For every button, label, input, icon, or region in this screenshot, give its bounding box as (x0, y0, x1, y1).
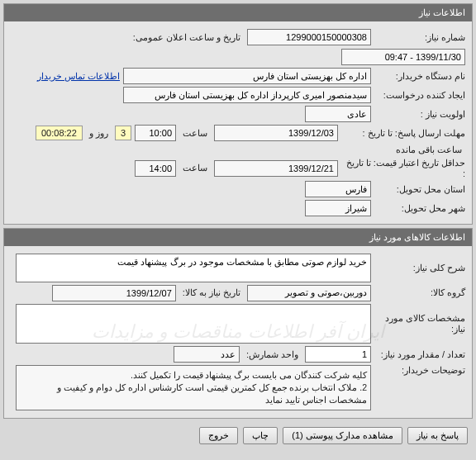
print-button[interactable]: چاپ (243, 427, 278, 444)
validity-label: حداقل تاریخ اعتبار قیمت: تا تاریخ : (341, 158, 465, 178)
validity-date-field (214, 160, 338, 177)
goods-info-body: ایران آفر اطلاعات مناقصات و مزایدات شرح … (4, 246, 472, 418)
need-by-field (52, 285, 176, 301)
qty-label: تعداد / مقدار مورد نیاز: (374, 349, 465, 360)
need-number-label: شماره نیاز: (374, 32, 465, 43)
days-label: روز و (86, 128, 112, 139)
need-info-body: شماره نیاز: تاریخ و ساعت اعلان عمومی: نا… (4, 21, 472, 224)
countdown-timer: 00:08:22 (36, 126, 83, 140)
validity-label-text: حداقل تاریخ اعتبار قیمت: (374, 158, 465, 168)
remaining-label: ساعت باقی مانده (393, 145, 465, 155)
spec-field[interactable] (16, 304, 371, 344)
priority-label: اولویت نیاز : (374, 109, 465, 120)
qty-field[interactable] (305, 346, 371, 363)
buyer-contact-link[interactable]: اطلاعات تماس خریدار (37, 71, 120, 82)
city-field (305, 200, 371, 216)
reply-button[interactable]: پاسخ به نیاز (407, 427, 468, 444)
action-bar: پاسخ به نیاز مشاهده مدارک پیوستی (1) چاپ… (0, 422, 476, 449)
comments-label: توضیحات خریدار: (374, 365, 465, 376)
public-datetime-label: تاریخ و ساعت اعلان عمومی: (130, 32, 244, 43)
unit-field (174, 346, 240, 363)
province-field (305, 181, 371, 197)
goods-info-header: اطلاعات کالاهای مورد نیاز (4, 229, 472, 246)
days-remaining: 3 (115, 126, 131, 140)
deadline-label-text: مهلت ارسال پاسخ: (395, 128, 465, 138)
desc-field[interactable]: خرید لوازم صوتی مطابق با مشخصات موجود در… (16, 254, 371, 282)
group-label: گروه کالا: (374, 287, 465, 298)
to-date-label-text: تا تاریخ : (363, 128, 393, 138)
need-info-panel: اطلاعات نیاز شماره نیاز: تاریخ و ساعت اع… (3, 3, 473, 225)
desc-label: شرح کلی نیاز: (374, 263, 465, 273)
requester-field (123, 87, 371, 103)
unit-label: واحد شمارش: (243, 349, 302, 360)
priority-field (305, 106, 371, 122)
validity-time-label: ساعت (179, 163, 211, 173)
deadline-time-label: ساعت (179, 128, 211, 139)
deadline-label: مهلت ارسال پاسخ: تا تاریخ : (341, 128, 465, 139)
province-label: استان محل تحویل: (374, 184, 465, 195)
comment-line-2: 2. ملاک انتخاب برنده جمع کل کمترین قیمتی… (20, 382, 367, 405)
validity-time-field (135, 160, 176, 177)
requester-label: ایجاد کننده درخواست: (374, 90, 465, 101)
deadline-date-field (214, 125, 338, 141)
buyer-org-field (123, 68, 371, 84)
group-field (247, 285, 371, 301)
exit-button[interactable]: خروج (199, 427, 238, 444)
attachments-button[interactable]: مشاهده مدارک پیوستی (1) (283, 427, 402, 444)
goods-info-panel: اطلاعات کالاهای مورد نیاز ایران آفر اطلا… (3, 228, 473, 419)
buyer-comments: کلیه شرکت کنندگان می بایست برگ پیشنهاد ق… (16, 365, 371, 410)
need-info-header: اطلاعات نیاز (4, 4, 472, 21)
public-datetime-field (341, 49, 465, 65)
need-number-field (247, 29, 371, 45)
buyer-org-label: نام دستگاه خریدار: (374, 71, 465, 82)
spec-label: مشخصات کالای مورد نیاز: (374, 313, 465, 334)
need-by-label: تاریخ نیاز به کالا: (179, 287, 244, 298)
deadline-time-field (135, 125, 176, 141)
city-label: شهر محل تحویل: (374, 203, 465, 214)
comment-line-1: کلیه شرکت کنندگان می بایست برگ پیشنهاد ق… (20, 369, 367, 382)
